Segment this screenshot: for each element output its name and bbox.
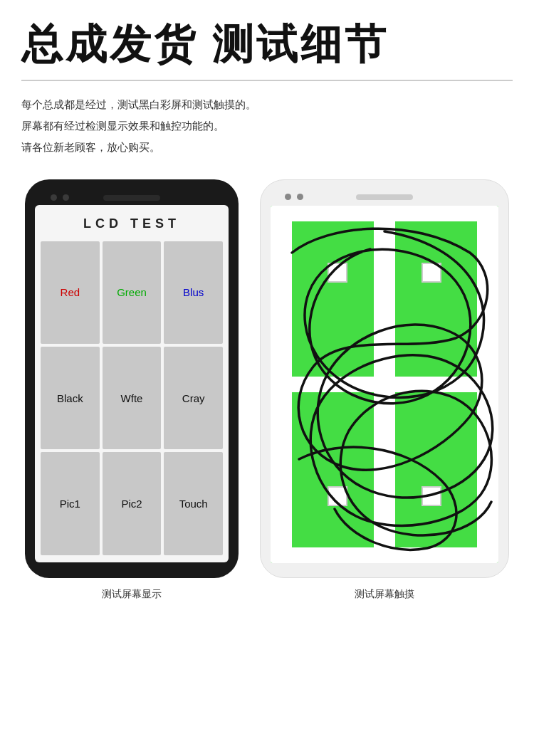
camera-dot-white-1 xyxy=(285,194,291,200)
phone-black-cameras xyxy=(51,194,69,201)
phone-white-cameras xyxy=(285,194,303,200)
phone-black-label: 测试屏幕显示 xyxy=(102,588,162,601)
phone-black-speaker xyxy=(103,195,160,201)
lcd-cell-green[interactable]: Green xyxy=(103,241,162,344)
phone-white-screen xyxy=(271,206,498,563)
phone-white-speaker xyxy=(356,194,413,200)
lcd-grid: Red Green Blus Black Wfte Cray Pic1 Pic2… xyxy=(41,241,223,555)
lcd-cell-black[interactable]: Black xyxy=(41,347,100,449)
lcd-title: LCD TEST xyxy=(83,216,180,231)
phone-white-top xyxy=(271,194,498,200)
lcd-cell-red[interactable]: Red xyxy=(41,241,100,344)
touch-scribble-svg xyxy=(271,206,498,563)
section-divider xyxy=(21,80,513,81)
desc-line2: 屏幕都有经过检测显示效果和触控功能的。 xyxy=(21,115,513,137)
phone-black-top xyxy=(35,195,229,201)
lcd-cell-touch[interactable]: Touch xyxy=(164,452,223,555)
camera-dot-1 xyxy=(51,194,57,201)
phone-black-screen: LCD TEST Red Green Blus Black Wfte Cray … xyxy=(35,205,229,562)
page-wrapper: 总成发货 测试细节 每个总成都是经过，测试黑白彩屏和测试触摸的。 屏幕都有经过检… xyxy=(0,0,534,629)
desc-line3: 请各位新老顾客，放心购买。 xyxy=(21,137,513,158)
phone-black-container: LCD TEST Red Green Blus Black Wfte Cray … xyxy=(21,179,242,601)
phone-white-frame xyxy=(260,179,509,578)
desc-line1: 每个总成都是经过，测试黑白彩屏和测试触摸的。 xyxy=(21,94,513,115)
lcd-cell-wfte[interactable]: Wfte xyxy=(103,347,162,449)
lcd-cell-cray[interactable]: Cray xyxy=(164,347,223,449)
main-title: 总成发货 测试细节 xyxy=(21,21,513,67)
lcd-cell-blue[interactable]: Blus xyxy=(164,241,223,344)
touch-screen-inner xyxy=(271,206,498,563)
phones-row: LCD TEST Red Green Blus Black Wfte Cray … xyxy=(21,179,513,601)
lcd-cell-pic2[interactable]: Pic2 xyxy=(103,452,162,555)
camera-dot-2 xyxy=(63,194,69,201)
phone-white-label: 测试屏幕触摸 xyxy=(355,588,414,601)
phone-white-container: 测试屏幕触摸 xyxy=(256,179,513,601)
phone-black-frame: LCD TEST Red Green Blus Black Wfte Cray … xyxy=(25,179,239,578)
description-block: 每个总成都是经过，测试黑白彩屏和测试触摸的。 屏幕都有经过检测显示效果和触控功能… xyxy=(21,94,513,158)
camera-dot-white-2 xyxy=(297,194,303,200)
lcd-cell-pic1[interactable]: Pic1 xyxy=(41,452,100,555)
